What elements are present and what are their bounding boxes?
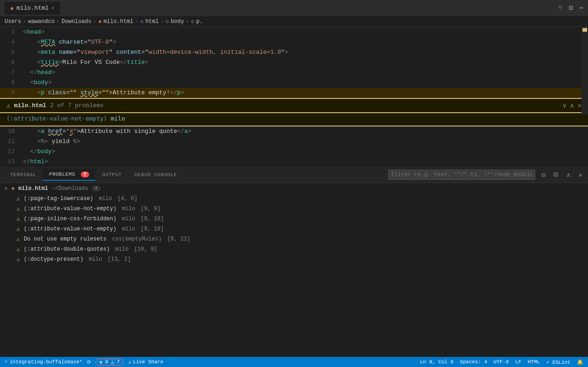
collapse-icon: ∨ [5, 185, 8, 191]
problem-item-4[interactable]: ⚠ (:attribute-value-not-empty) milo [9, … [0, 224, 588, 234]
live-share-button[interactable]: ↗ Live Share [128, 359, 164, 365]
editor-tab[interactable]: ◈ milo.html × [5, 2, 60, 15]
warning-icon: ⚠ [6, 102, 10, 109]
tab-close-button[interactable]: × [51, 6, 55, 11]
branch-name: integrating-buffalobase* [10, 359, 82, 365]
breadcrumb-p-icon: ◇ [191, 18, 194, 25]
breadcrumb-filename[interactable]: milo.html [103, 18, 133, 25]
warning-close-button[interactable]: ✕ [578, 102, 582, 109]
problem-item-7[interactable]: ⚠ (:doctype-present) milo [13, 2] [0, 254, 588, 264]
problem-loc-1: [4, 6] [118, 195, 137, 202]
warning-message: (:attribute-value-not-empty) milo [0, 113, 588, 126]
breadcrumb-wawandco[interactable]: wawandco [28, 18, 55, 25]
breadcrumb-html[interactable]: html [146, 18, 159, 25]
warn-icon-3: ⚠ [17, 215, 20, 223]
problems-filepath: ~/Downloads [52, 185, 88, 192]
line-ending[interactable]: LF [515, 359, 521, 365]
problem-item-1[interactable]: ⚠ (:page-tag-lowercase) milo [4, 6] [0, 194, 588, 204]
problem-source-2: milo [122, 206, 135, 212]
code-editor[interactable]: 3 <head> 4 <META charset="UTF-8"> 5 <met… [0, 27, 588, 98]
language-mode[interactable]: HTML [528, 359, 540, 365]
problem-rule-5: Do not use empty rulesets [24, 236, 107, 242]
panel-maximize-icon[interactable]: ∧ [565, 170, 572, 180]
html-file-icon: ◈ [10, 5, 14, 12]
sync-icon[interactable]: ⟳ [87, 359, 91, 365]
branch-indicator[interactable]: ⑂ integrating-buffalobase* [5, 359, 82, 365]
breadcrumb-tag-icon: ◇ [140, 18, 143, 25]
problem-source-3: milo [122, 216, 135, 222]
filter-input-container[interactable] [388, 170, 535, 180]
code-line-8: 8 <body> [0, 78, 588, 88]
breadcrumb-users[interactable]: Users [5, 18, 21, 25]
problem-rule-3: (:page-inline-css-forbidden) [24, 216, 117, 222]
warning-count: 2 of 7 problems [50, 102, 104, 109]
notification-icon[interactable]: 🔔 [577, 359, 583, 365]
tab-problems[interactable]: PROBLEMS 7 [43, 169, 96, 181]
breadcrumb-body-icon: ◇ [166, 18, 169, 25]
problem-loc-7: [13, 2] [107, 256, 130, 263]
breadcrumb-body[interactable]: body [171, 18, 184, 25]
filter-input[interactable] [391, 172, 532, 178]
problems-file-header[interactable]: ∨ ◈ milo.html ~/Downloads 7 [0, 183, 588, 194]
warning-count: 7 [117, 359, 120, 365]
branch-icon: ⑂ [5, 359, 8, 365]
more-options-icon[interactable]: ⋯ [579, 4, 583, 12]
warn-icon-6: ⚠ [17, 246, 20, 253]
breadcrumb-html-icon: ◈ [98, 18, 102, 25]
linter-status[interactable]: ✓ ESLint [546, 359, 571, 365]
problem-item-3[interactable]: ⚠ (:page-inline-css-forbidden) milo [9, … [0, 214, 588, 224]
tab-terminal[interactable]: TERMINAL [4, 169, 43, 180]
problems-filename: milo.html [18, 185, 48, 192]
code-line-9: 9 <p class="" style="">Attribute empty!<… [0, 88, 588, 98]
warn-icon-5: ⚠ [17, 235, 20, 243]
problem-loc-6: [10, 9] [134, 246, 157, 252]
problem-rule-6: (:attribute-double-quotes) [24, 246, 110, 252]
code-line-11: 11 <%= yield %> [0, 137, 588, 147]
error-circle-icon: ⊗ [99, 359, 102, 365]
warning-panel: ⚠ milo.html 2 of 7 problems ∨ ∧ ✕ (:attr… [0, 98, 588, 126]
code-line-13: 13 </html> [0, 157, 588, 167]
scrollbar-thumb[interactable] [582, 28, 587, 32]
code-editor-bottom[interactable]: 10 <a href='#'>Attribute with single quo… [0, 126, 588, 167]
panel-close-icon[interactable]: ✕ [577, 170, 584, 180]
problems-file-icon: ◈ [11, 185, 15, 192]
indentation[interactable]: Spaces: 4 [460, 359, 487, 365]
problem-source-7: milo [89, 256, 102, 263]
problems-badge: 7 [81, 172, 90, 178]
errors-indicator[interactable]: ⊗ 0 △ 7 [96, 359, 123, 366]
problem-loc-2: [9, 9] [141, 206, 160, 212]
panel-tabs: TERMINAL PROBLEMS 7 OUTPUT DEBUG CONSOLE… [0, 167, 588, 183]
scrollbar-track[interactable] [582, 27, 588, 115]
tab-output[interactable]: OUTPUT [96, 169, 128, 180]
warning-collapse-down[interactable]: ∨ [563, 102, 566, 109]
title-bar: ◈ milo.html × ⑂ ⊡ ⋯ [0, 0, 588, 16]
status-bar: ⑂ integrating-buffalobase* ⟳ ⊗ 0 △ 7 ↗ L… [0, 357, 588, 367]
breadcrumb: Users › wawandco › Downloads › ◈ milo.ht… [0, 16, 588, 27]
split-panel-icon[interactable]: ⧉ [552, 170, 560, 179]
problem-source-1: milo [99, 195, 112, 202]
breadcrumb-downloads[interactable]: Downloads [62, 18, 91, 25]
filter-icon[interactable]: ⊟ [540, 170, 547, 180]
breadcrumb-p[interactable]: p. [196, 18, 203, 25]
encoding[interactable]: UTF-8 [494, 359, 509, 365]
cursor-position[interactable]: Ln 9, Col 9 [420, 359, 453, 365]
code-line-12: 12 </body> [0, 147, 588, 157]
problem-source-5: css(emptyRules) [112, 236, 162, 242]
problem-source-6: milo [115, 246, 129, 252]
code-line-7: 7 </head> [0, 68, 588, 78]
source-control-icon[interactable]: ⑂ [558, 4, 562, 12]
layout-icon[interactable]: ⊡ [569, 4, 573, 12]
problem-item-6[interactable]: ⚠ (:attribute-double-quotes) milo [10, 9… [0, 244, 588, 254]
warning-collapse-up[interactable]: ∧ [570, 102, 574, 109]
code-line-4: 4 <META charset="UTF-8"> [0, 37, 588, 47]
problem-rule-7: (:doctype-present) [24, 256, 84, 263]
problem-item-5[interactable]: ⚠ Do not use empty rulesets css(emptyRul… [0, 234, 588, 244]
live-share-label: Live Share [133, 359, 164, 365]
problem-rule-2: (:attribute-value-not-empty) [24, 206, 117, 212]
warn-icon-2: ⚠ [17, 205, 20, 212]
problem-item-2[interactable]: ⚠ (:attribute-value-not-empty) milo [9, … [0, 204, 588, 214]
problems-panel[interactable]: ∨ ◈ milo.html ~/Downloads 7 ⚠ (:page-tag… [0, 183, 588, 357]
tab-filename: milo.html [17, 5, 49, 11]
warn-icon-4: ⚠ [17, 225, 20, 233]
tab-debug-console[interactable]: DEBUG CONSOLE [128, 169, 183, 180]
